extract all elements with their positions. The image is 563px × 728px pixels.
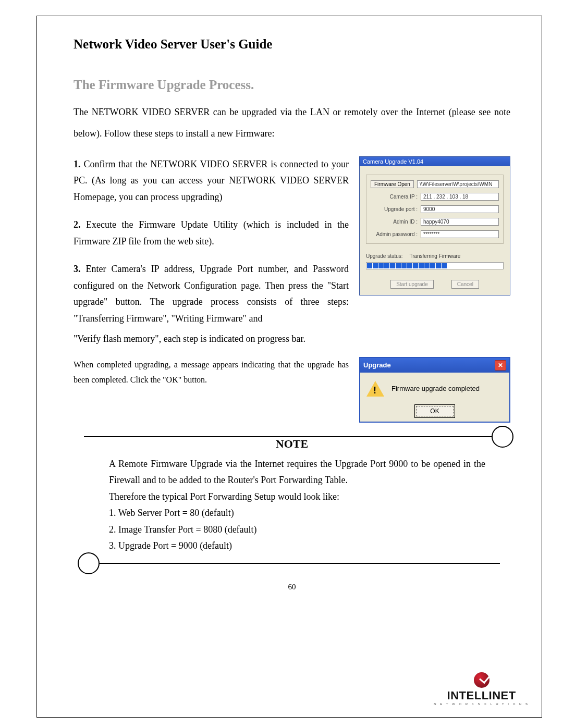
step-1: 1. Confirm that the NETWORK VIDEO SERVER… (74, 156, 349, 206)
camera-ip-input[interactable]: 211 . 232 . 103 . 18 (421, 193, 499, 201)
close-icon[interactable]: ✕ (495, 360, 506, 371)
upgrade-port-input[interactable]: 9000 (421, 205, 499, 213)
section-heading: The Firmware Upgrade Process. (74, 78, 510, 92)
upgrade-port-label: Upgrade port : (371, 206, 421, 212)
progress-bar (366, 262, 504, 269)
note-p2: Therefore the typical Port Forwarding Se… (109, 489, 485, 505)
note-title: NOTE (84, 437, 500, 451)
note-line-3: 3. Upgrade Port = 9000 (default) (109, 538, 485, 554)
brand-tagline: N E T W O R K S O L U T I O N S (434, 702, 529, 706)
step-3: 3. Enter Camera's IP address, Upgrade Po… (74, 261, 349, 327)
admin-id-input[interactable]: happy4070 (421, 218, 499, 226)
upgrade-utility-window: Camera Upgrade V1.04 Firmware Open \\W\F… (359, 156, 510, 295)
admin-password-input[interactable]: ******** (421, 230, 499, 238)
dialog-title: Upgrade (363, 361, 391, 369)
upgrade-complete-dialog: Upgrade ✕ Firmware upgrade completed OK (359, 357, 510, 423)
brand-logo: INTELLINET N E T W O R K S O L U T I O N… (434, 672, 529, 706)
completed-paragraph: When completed upgrading, a message appe… (74, 357, 349, 388)
upgrade-status: Upgrade status: Transferring Firmware (366, 253, 504, 259)
upgrade-status-label: Upgrade status: (366, 253, 403, 259)
checkmark-globe-icon (474, 672, 489, 688)
cancel-button[interactable]: Cancel (451, 280, 479, 289)
doc-title: Network Video Server User's Guide (74, 37, 510, 52)
ok-button[interactable]: OK (416, 406, 453, 416)
page-number: 60 (74, 583, 510, 591)
step-3-num: 3. (74, 264, 81, 274)
brand-name: INTELLINET (434, 689, 529, 702)
intro-paragraph: The NETWORK VIDEO SERVER can be upgraded… (74, 102, 510, 145)
upgrade-window-title: Camera Upgrade V1.04 (360, 157, 510, 166)
step-3-text: Enter Camera's IP address, Upgrade Port … (74, 264, 349, 324)
admin-id-label: Admin ID : (371, 219, 421, 225)
upgrade-status-value: Transferring Firmware (409, 253, 460, 259)
note-line-2: 2. Image Transfer Port = 8080 (default) (109, 522, 485, 538)
step-1-num: 1. (74, 159, 81, 169)
note-scroll: NOTE A Remote Firmware Upgrade via the I… (74, 436, 510, 564)
step-1-text: Confirm that the NETWORK VIDEO SERVER is… (74, 159, 349, 202)
note-line-1: 1. Web Server Port = 80 (default) (109, 505, 485, 522)
scroll-curl-icon (78, 552, 100, 574)
step-2-text: Execute the Firmware Update Utility (whi… (74, 219, 349, 246)
admin-password-label: Admin password : (371, 231, 421, 237)
scroll-curl-icon (492, 426, 513, 448)
dialog-message: Firmware upgrade completed (391, 385, 503, 392)
warning-icon (366, 381, 384, 397)
steps-list: 1. Confirm that the NETWORK VIDEO SERVER… (74, 156, 349, 327)
note-p1: A Remote Firmware Upgrade via the Intern… (109, 456, 485, 489)
step-2: 2. Execute the Firmware Update Utility (… (74, 217, 349, 250)
firmware-path-input[interactable]: \\W\Fileserver\W\projects\WMN (417, 180, 499, 188)
firmware-open-button[interactable]: Firmware Open (371, 180, 414, 188)
start-upgrade-button[interactable]: Start upgrade (390, 280, 434, 289)
step-2-num: 2. (74, 219, 81, 230)
camera-ip-label: Camera IP : (371, 194, 421, 200)
